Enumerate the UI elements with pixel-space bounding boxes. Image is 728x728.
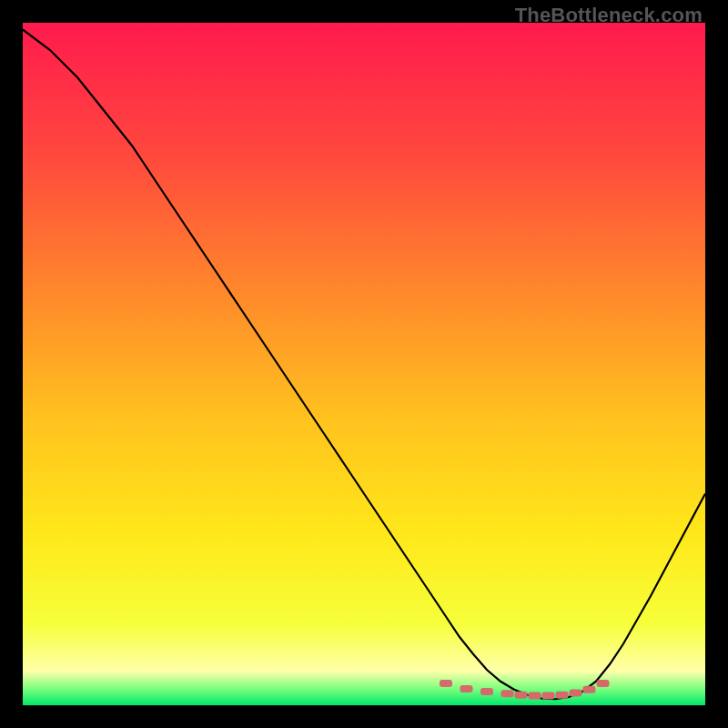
optimal-marker <box>460 685 473 693</box>
bottleneck-chart <box>23 23 705 705</box>
optimal-marker <box>556 692 569 699</box>
optimal-marker <box>597 680 610 687</box>
optimal-marker <box>515 692 528 699</box>
optimal-marker <box>529 693 541 700</box>
optimal-marker <box>501 690 514 697</box>
optimal-marker <box>542 693 555 700</box>
chart-frame <box>23 23 705 705</box>
optimal-marker <box>440 680 452 687</box>
gradient-background <box>23 23 705 705</box>
optimal-marker <box>583 686 596 693</box>
optimal-marker <box>480 688 493 695</box>
optimal-marker <box>570 690 582 697</box>
watermark-label: TheBottleneck.com <box>515 4 703 27</box>
